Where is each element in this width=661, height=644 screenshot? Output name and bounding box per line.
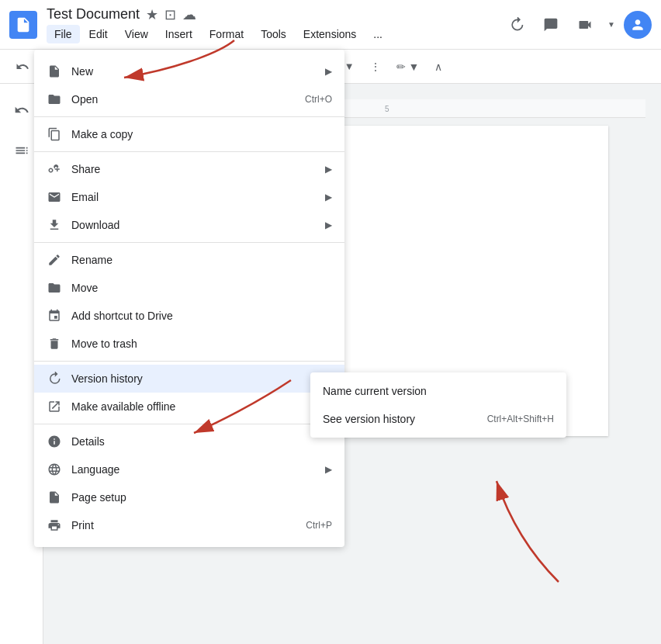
drive-icon[interactable]: ⊡ (164, 6, 176, 23)
print-icon (47, 518, 62, 533)
open-label: Open (71, 93, 296, 106)
email-icon (47, 189, 62, 205)
top-bar: Test Document ★ ⊡ ☁ File Edit View Inser… (0, 0, 661, 50)
menu-section-new-open: New ▶ Open Ctrl+O (34, 54, 344, 117)
menu-item-extensions[interactable]: Extensions (296, 25, 364, 43)
move-icon (47, 280, 62, 296)
language-arrow: ▶ (325, 464, 332, 475)
new-label: New (71, 65, 316, 78)
details-label: Details (71, 435, 332, 448)
menu-item-view[interactable]: View (117, 25, 156, 43)
menu-offline[interactable]: Make available offline (34, 393, 344, 421)
video-dropdown-icon[interactable]: ▼ (605, 11, 618, 39)
see-history-label: See version history (323, 413, 478, 425)
sidebar-outline-icon[interactable] (8, 137, 36, 164)
top-right-actions: ▼ (503, 11, 652, 39)
cloud-icon[interactable]: ☁ (182, 6, 196, 23)
menu-section-manage: Rename Move Add shortcut to Drive Move t… (34, 243, 344, 362)
menu-bar: File Edit View Insert Format Tools Exten… (47, 25, 503, 43)
menu-trash[interactable]: Move to trash (34, 330, 344, 358)
copy-icon (47, 126, 62, 142)
submenu-see-history[interactable]: See version history Ctrl+Alt+Shift+H (310, 405, 566, 433)
email-label: Email (71, 191, 316, 203)
menu-section-share: Share ▶ Email ▶ Download ▶ (34, 152, 344, 243)
open-shortcut: Ctrl+O (305, 94, 332, 105)
menu-item-insert[interactable]: Insert (157, 25, 200, 43)
download-arrow: ▶ (325, 220, 332, 230)
app-icon[interactable] (9, 11, 37, 39)
rename-icon (47, 252, 62, 268)
rename-label: Rename (71, 254, 332, 266)
user-avatar[interactable] (624, 11, 652, 39)
video-icon[interactable] (571, 11, 599, 39)
offline-label: Make available offline (71, 400, 332, 413)
collapse-toolbar-btn[interactable]: ∧ (428, 57, 448, 76)
share-label: Share (71, 163, 316, 175)
offline-icon (47, 399, 62, 414)
menu-download[interactable]: Download ▶ (34, 211, 344, 239)
menu-move[interactable]: Move (34, 274, 344, 302)
shortcut-icon (47, 308, 62, 324)
doc-title-row: Test Document ★ ⊡ ☁ (47, 6, 503, 23)
menu-page-setup[interactable]: Page setup (34, 483, 344, 511)
menu-item-edit[interactable]: Edit (81, 25, 116, 43)
name-version-label: Name current version (323, 385, 554, 397)
more-options-btn[interactable]: ⋮ (364, 57, 387, 76)
menu-item-format[interactable]: Format (202, 25, 251, 43)
menu-print[interactable]: Print Ctrl+P (34, 511, 344, 539)
menu-details[interactable]: Details (34, 428, 344, 455)
new-arrow: ▶ (325, 66, 332, 77)
menu-section-version: Version history ▶ Make available offline (34, 362, 344, 424)
menu-item-file[interactable]: File (47, 25, 80, 43)
star-icon[interactable]: ★ (146, 6, 158, 23)
version-history-submenu: Name current version See version history… (310, 372, 566, 438)
doc-title: Test Document (47, 6, 140, 23)
menu-add-shortcut[interactable]: Add shortcut to Drive (34, 302, 344, 330)
move-label: Move (71, 282, 332, 294)
version-icon (47, 371, 62, 386)
add-shortcut-label: Add shortcut to Drive (71, 310, 332, 322)
history-icon[interactable] (503, 11, 531, 39)
language-label: Language (71, 463, 316, 476)
sidebar-undo-icon[interactable] (8, 96, 36, 124)
undo-button[interactable] (9, 57, 36, 77)
svg-text:5: 5 (385, 105, 389, 113)
menu-section-copy: Make a copy (34, 117, 344, 152)
menu-make-copy[interactable]: Make a copy (34, 120, 344, 148)
new-icon (47, 64, 62, 79)
print-label: Print (71, 519, 296, 531)
language-icon (47, 462, 62, 477)
menu-item-tools[interactable]: Tools (253, 25, 294, 43)
email-arrow: ▶ (325, 192, 332, 203)
version-history-label: Version history (71, 372, 316, 385)
share-icon (47, 161, 62, 177)
menu-section-settings: Details Language ▶ Page setup Print Ctrl… (34, 424, 344, 542)
menu-new[interactable]: New ▶ (34, 57, 344, 85)
edit-mode-btn[interactable]: ✏ ▼ (390, 57, 426, 76)
menu-version-history[interactable]: Version history ▶ (34, 365, 344, 393)
trash-icon (47, 336, 62, 351)
download-label: Download (71, 219, 316, 231)
file-menu: New ▶ Open Ctrl+O Make a copy Share ▶ (34, 50, 344, 547)
download-icon (47, 217, 62, 233)
share-arrow: ▶ (325, 164, 332, 175)
menu-rename[interactable]: Rename (34, 246, 344, 274)
comment-icon[interactable] (537, 11, 565, 39)
menu-language[interactable]: Language ▶ (34, 455, 344, 483)
title-area: Test Document ★ ⊡ ☁ File Edit View Inser… (47, 6, 503, 43)
copy-label: Make a copy (71, 128, 332, 140)
see-history-shortcut: Ctrl+Alt+Shift+H (487, 414, 554, 424)
menu-email[interactable]: Email ▶ (34, 183, 344, 211)
submenu-name-version[interactable]: Name current version (310, 377, 566, 405)
trash-label: Move to trash (71, 338, 332, 350)
page-setup-icon (47, 490, 62, 505)
print-shortcut: Ctrl+P (306, 520, 332, 531)
page-setup-label: Page setup (71, 491, 332, 504)
open-icon (47, 92, 62, 107)
details-icon (47, 434, 62, 449)
menu-open[interactable]: Open Ctrl+O (34, 85, 344, 113)
menu-share[interactable]: Share ▶ (34, 155, 344, 183)
menu-item-more[interactable]: ... (365, 25, 390, 43)
